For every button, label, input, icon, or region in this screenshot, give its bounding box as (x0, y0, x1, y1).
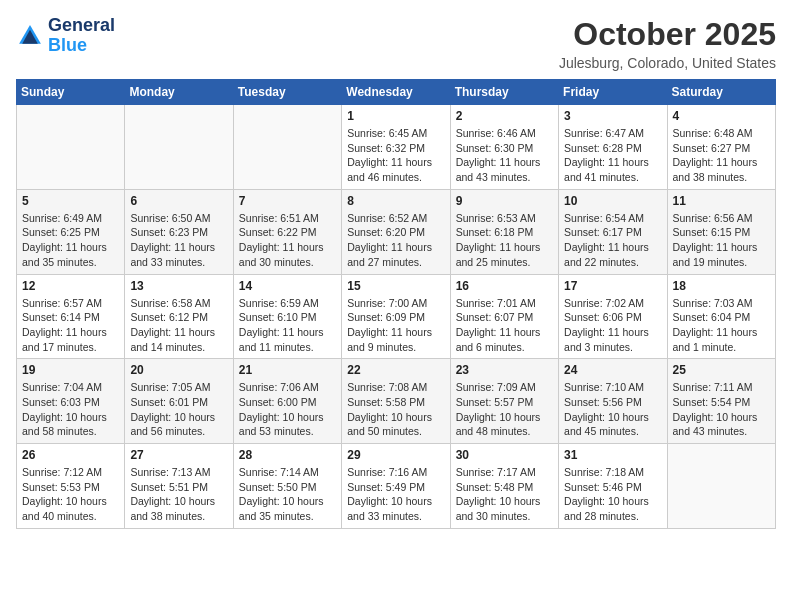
calendar-cell: 26Sunrise: 7:12 AMSunset: 5:53 PMDayligh… (17, 444, 125, 529)
calendar-cell: 21Sunrise: 7:06 AMSunset: 6:00 PMDayligh… (233, 359, 341, 444)
day-info: Sunrise: 7:01 AMSunset: 6:07 PMDaylight:… (456, 296, 553, 355)
day-number: 15 (347, 279, 444, 293)
day-info: Sunrise: 7:10 AMSunset: 5:56 PMDaylight:… (564, 380, 661, 439)
page-header: General Blue October 2025 Julesburg, Col… (16, 16, 776, 71)
day-number: 26 (22, 448, 119, 462)
day-info: Sunrise: 6:52 AMSunset: 6:20 PMDaylight:… (347, 211, 444, 270)
day-info: Sunrise: 6:56 AMSunset: 6:15 PMDaylight:… (673, 211, 770, 270)
day-number: 14 (239, 279, 336, 293)
day-info: Sunrise: 6:54 AMSunset: 6:17 PMDaylight:… (564, 211, 661, 270)
day-info: Sunrise: 7:17 AMSunset: 5:48 PMDaylight:… (456, 465, 553, 524)
day-number: 23 (456, 363, 553, 377)
day-number: 5 (22, 194, 119, 208)
calendar-cell: 16Sunrise: 7:01 AMSunset: 6:07 PMDayligh… (450, 274, 558, 359)
day-info: Sunrise: 7:08 AMSunset: 5:58 PMDaylight:… (347, 380, 444, 439)
header-friday: Friday (559, 80, 667, 105)
day-number: 20 (130, 363, 227, 377)
day-number: 28 (239, 448, 336, 462)
day-info: Sunrise: 7:16 AMSunset: 5:49 PMDaylight:… (347, 465, 444, 524)
calendar-week-4: 19Sunrise: 7:04 AMSunset: 6:03 PMDayligh… (17, 359, 776, 444)
day-number: 9 (456, 194, 553, 208)
logo: General Blue (16, 16, 115, 56)
day-number: 2 (456, 109, 553, 123)
day-info: Sunrise: 6:53 AMSunset: 6:18 PMDaylight:… (456, 211, 553, 270)
calendar-week-3: 12Sunrise: 6:57 AMSunset: 6:14 PMDayligh… (17, 274, 776, 359)
day-number: 17 (564, 279, 661, 293)
day-info: Sunrise: 7:05 AMSunset: 6:01 PMDaylight:… (130, 380, 227, 439)
calendar-cell: 4Sunrise: 6:48 AMSunset: 6:27 PMDaylight… (667, 105, 775, 190)
day-number: 18 (673, 279, 770, 293)
header-saturday: Saturday (667, 80, 775, 105)
day-info: Sunrise: 6:48 AMSunset: 6:27 PMDaylight:… (673, 126, 770, 185)
calendar-week-5: 26Sunrise: 7:12 AMSunset: 5:53 PMDayligh… (17, 444, 776, 529)
calendar-cell: 14Sunrise: 6:59 AMSunset: 6:10 PMDayligh… (233, 274, 341, 359)
header-tuesday: Tuesday (233, 80, 341, 105)
day-info: Sunrise: 7:13 AMSunset: 5:51 PMDaylight:… (130, 465, 227, 524)
day-number: 24 (564, 363, 661, 377)
title-block: October 2025 Julesburg, Colorado, United… (559, 16, 776, 71)
day-number: 7 (239, 194, 336, 208)
calendar-cell: 17Sunrise: 7:02 AMSunset: 6:06 PMDayligh… (559, 274, 667, 359)
day-number: 12 (22, 279, 119, 293)
day-info: Sunrise: 7:03 AMSunset: 6:04 PMDaylight:… (673, 296, 770, 355)
day-number: 8 (347, 194, 444, 208)
calendar-cell: 5Sunrise: 6:49 AMSunset: 6:25 PMDaylight… (17, 189, 125, 274)
calendar-week-2: 5Sunrise: 6:49 AMSunset: 6:25 PMDaylight… (17, 189, 776, 274)
calendar-cell: 7Sunrise: 6:51 AMSunset: 6:22 PMDaylight… (233, 189, 341, 274)
day-info: Sunrise: 6:57 AMSunset: 6:14 PMDaylight:… (22, 296, 119, 355)
day-info: Sunrise: 6:47 AMSunset: 6:28 PMDaylight:… (564, 126, 661, 185)
calendar-cell: 20Sunrise: 7:05 AMSunset: 6:01 PMDayligh… (125, 359, 233, 444)
calendar-cell: 28Sunrise: 7:14 AMSunset: 5:50 PMDayligh… (233, 444, 341, 529)
calendar-cell (125, 105, 233, 190)
calendar-cell: 15Sunrise: 7:00 AMSunset: 6:09 PMDayligh… (342, 274, 450, 359)
calendar-cell: 24Sunrise: 7:10 AMSunset: 5:56 PMDayligh… (559, 359, 667, 444)
day-info: Sunrise: 6:45 AMSunset: 6:32 PMDaylight:… (347, 126, 444, 185)
day-info: Sunrise: 6:58 AMSunset: 6:12 PMDaylight:… (130, 296, 227, 355)
calendar-cell: 27Sunrise: 7:13 AMSunset: 5:51 PMDayligh… (125, 444, 233, 529)
day-number: 11 (673, 194, 770, 208)
calendar-cell: 25Sunrise: 7:11 AMSunset: 5:54 PMDayligh… (667, 359, 775, 444)
day-info: Sunrise: 7:12 AMSunset: 5:53 PMDaylight:… (22, 465, 119, 524)
day-number: 16 (456, 279, 553, 293)
day-number: 31 (564, 448, 661, 462)
day-info: Sunrise: 7:11 AMSunset: 5:54 PMDaylight:… (673, 380, 770, 439)
day-info: Sunrise: 6:59 AMSunset: 6:10 PMDaylight:… (239, 296, 336, 355)
day-info: Sunrise: 6:46 AMSunset: 6:30 PMDaylight:… (456, 126, 553, 185)
calendar-table: SundayMondayTuesdayWednesdayThursdayFrid… (16, 79, 776, 529)
day-number: 27 (130, 448, 227, 462)
calendar-cell: 11Sunrise: 6:56 AMSunset: 6:15 PMDayligh… (667, 189, 775, 274)
calendar-cell (667, 444, 775, 529)
day-info: Sunrise: 7:04 AMSunset: 6:03 PMDaylight:… (22, 380, 119, 439)
calendar-header-row: SundayMondayTuesdayWednesdayThursdayFrid… (17, 80, 776, 105)
day-number: 3 (564, 109, 661, 123)
day-number: 21 (239, 363, 336, 377)
header-sunday: Sunday (17, 80, 125, 105)
logo-icon (16, 22, 44, 50)
day-number: 29 (347, 448, 444, 462)
calendar-cell: 22Sunrise: 7:08 AMSunset: 5:58 PMDayligh… (342, 359, 450, 444)
header-monday: Monday (125, 80, 233, 105)
day-number: 1 (347, 109, 444, 123)
day-info: Sunrise: 6:50 AMSunset: 6:23 PMDaylight:… (130, 211, 227, 270)
calendar-cell: 13Sunrise: 6:58 AMSunset: 6:12 PMDayligh… (125, 274, 233, 359)
day-number: 13 (130, 279, 227, 293)
day-number: 4 (673, 109, 770, 123)
calendar-cell: 31Sunrise: 7:18 AMSunset: 5:46 PMDayligh… (559, 444, 667, 529)
header-thursday: Thursday (450, 80, 558, 105)
month-title: October 2025 (559, 16, 776, 53)
calendar-cell: 23Sunrise: 7:09 AMSunset: 5:57 PMDayligh… (450, 359, 558, 444)
day-number: 22 (347, 363, 444, 377)
calendar-cell: 3Sunrise: 6:47 AMSunset: 6:28 PMDaylight… (559, 105, 667, 190)
day-info: Sunrise: 7:06 AMSunset: 6:00 PMDaylight:… (239, 380, 336, 439)
calendar-cell: 30Sunrise: 7:17 AMSunset: 5:48 PMDayligh… (450, 444, 558, 529)
calendar-cell: 8Sunrise: 6:52 AMSunset: 6:20 PMDaylight… (342, 189, 450, 274)
calendar-cell: 9Sunrise: 6:53 AMSunset: 6:18 PMDaylight… (450, 189, 558, 274)
calendar-cell: 18Sunrise: 7:03 AMSunset: 6:04 PMDayligh… (667, 274, 775, 359)
day-info: Sunrise: 7:02 AMSunset: 6:06 PMDaylight:… (564, 296, 661, 355)
day-number: 10 (564, 194, 661, 208)
header-wednesday: Wednesday (342, 80, 450, 105)
calendar-cell: 29Sunrise: 7:16 AMSunset: 5:49 PMDayligh… (342, 444, 450, 529)
calendar-cell (233, 105, 341, 190)
calendar-cell: 10Sunrise: 6:54 AMSunset: 6:17 PMDayligh… (559, 189, 667, 274)
day-number: 30 (456, 448, 553, 462)
